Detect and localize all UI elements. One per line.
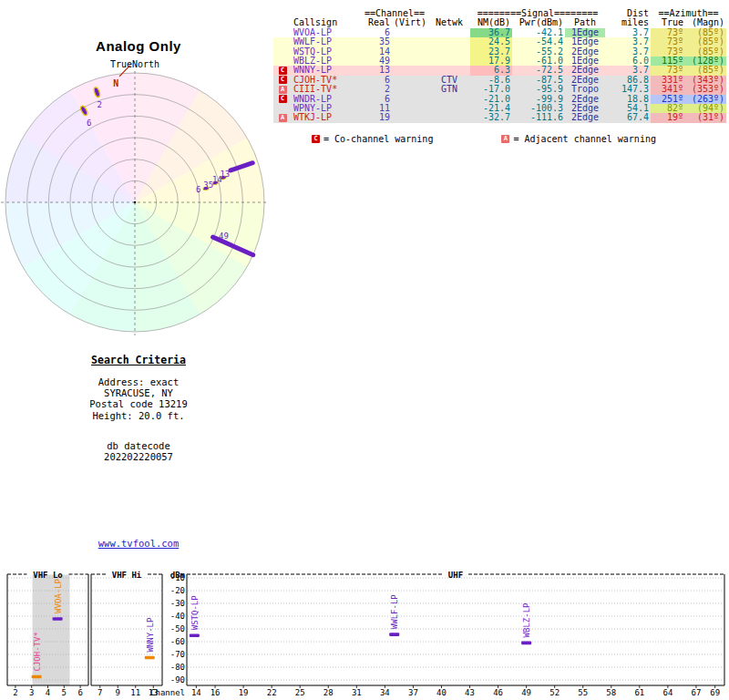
col-magnetic-azimuth: (Magn) <box>685 18 726 27</box>
virtual-channel-cell <box>392 85 428 94</box>
callsign-cell[interactable]: WPNY-LP <box>292 104 361 113</box>
path-cell: 1Edge <box>565 37 605 46</box>
azimuth-group-header: ==Azimuth== <box>651 9 726 18</box>
azimuth-true-cell: 73º <box>651 66 685 75</box>
adjacent-channel-legend: A = Adjacent channel warning <box>501 134 656 144</box>
channel-tick-label: 2 <box>13 688 17 697</box>
table-row: ACIII-TV*2GTN-17.0-95.9Tropo147.3341º(35… <box>273 85 726 94</box>
polar-channel-label: 6 <box>196 185 200 194</box>
channel-tick-label: 67 <box>692 688 702 697</box>
band-label: VHF Hi <box>112 571 142 580</box>
header-spacer <box>273 9 361 18</box>
col-true-azimuth: True <box>651 18 685 27</box>
network-cell: GTN <box>428 85 470 94</box>
azimuth-magn-cell: (31º) <box>685 113 726 122</box>
network-cell <box>428 57 470 66</box>
distance-cell: 3.7 <box>605 66 651 75</box>
dbm-tick-label: -50 <box>170 624 185 633</box>
table-row: CWNDR-LP6-21.0-99.92Edge18.8251º(263º) <box>273 95 726 104</box>
real-channel-cell: 19 <box>361 113 392 122</box>
callsign-cell[interactable]: WTKJ-LP <box>292 113 361 122</box>
postal-code-line: Postal code 13219 <box>0 398 277 409</box>
power-cell: -61.0 <box>512 57 565 66</box>
azimuth-true-cell: 19º <box>651 113 685 122</box>
channel-tick-label: 22 <box>267 688 277 697</box>
real-channel-cell: 49 <box>361 57 392 66</box>
callsign-cell[interactable]: WBLZ-LP <box>292 57 361 66</box>
azimuth-true-cell: 73º <box>651 37 685 46</box>
channel-tick-label: 69 <box>710 688 720 697</box>
network-cell <box>428 28 470 37</box>
power-cell: -72.5 <box>512 66 565 75</box>
tvfool-link[interactable]: www.tvfool.com <box>98 538 180 549</box>
table-column-headers: Callsign Real (Virt) Netwk NM(dB) Pwr(dB… <box>273 18 726 27</box>
tvfool-report: Analog Only TrueNorth N26635141349 ==Cha… <box>0 0 729 700</box>
callsign-cell[interactable]: WNNY-LP <box>292 66 361 75</box>
real-channel-cell: 11 <box>361 104 392 113</box>
distance-cell: 3.7 <box>605 47 651 57</box>
real-channel-cell: 6 <box>361 95 392 104</box>
noise-margin-cell: -17.0 <box>470 85 512 94</box>
col-warning <box>273 18 292 27</box>
warning-cell <box>273 104 292 113</box>
callsign-cell[interactable]: CIII-TV* <box>292 85 361 94</box>
station-label: WVOA-LP <box>54 578 63 613</box>
noise-margin-cell: 24.5 <box>470 37 512 46</box>
channel-tick-label: 6 <box>77 688 82 697</box>
distance-cell: 3.7 <box>605 37 651 46</box>
power-cell: -87.5 <box>512 76 565 85</box>
path-cell: 1Edge <box>565 57 605 66</box>
callsign-cell[interactable]: CJOH-TV* <box>292 76 361 85</box>
col-noise-margin: NM(dB) <box>470 18 512 27</box>
distance-cell: 67.4 <box>605 113 651 122</box>
table-row: WBLZ-LP4917.9-61.01Edge6.0115º(128º) <box>273 57 726 66</box>
azimuth-magn-cell: (85º) <box>685 47 726 57</box>
dbm-tick-label: -30 <box>170 599 185 608</box>
real-channel-cell: 6 <box>361 76 392 85</box>
channel-tick-label: 7 <box>98 688 102 697</box>
signal-group-header: ========Signal======== <box>470 9 605 18</box>
azimuth-magn-cell: (263º) <box>685 95 726 104</box>
channel-tick-label: 61 <box>634 688 644 697</box>
channel-tick-label: 43 <box>465 688 475 697</box>
callsign-cell[interactable]: WNDR-LP <box>292 95 361 104</box>
station-marker <box>53 617 63 621</box>
distance-cell: 3.7 <box>605 28 651 37</box>
power-cell: -95.9 <box>512 85 565 94</box>
channel-tick-label: 46 <box>493 688 503 697</box>
col-virtual-channel: (Virt) <box>392 18 428 27</box>
real-channel-cell: 6 <box>361 28 392 37</box>
power-cell: -55.2 <box>512 47 565 57</box>
co-channel-legend-text: = Co-channel warning <box>323 134 433 144</box>
path-cell: 2Edge <box>565 47 605 57</box>
channel-tick-label: 3 <box>29 688 34 697</box>
station-marker <box>521 642 531 645</box>
station-label: WNNY-LP <box>146 617 155 653</box>
col-real-channel: Real <box>361 18 392 27</box>
polar-channel-label: 2 <box>97 100 101 109</box>
path-cell: 1Edge <box>565 28 605 37</box>
polar-channel-label: 6 <box>87 118 91 128</box>
col-power: Pwr(dBm) <box>512 18 565 27</box>
real-channel-cell: 35 <box>361 37 392 46</box>
path-cell: 2Edge <box>565 76 605 85</box>
warning-cell <box>273 47 292 57</box>
city-line: SYRACUSE, NY <box>0 387 277 398</box>
noise-margin-cell: -8.6 <box>470 76 512 85</box>
warning-cell: A <box>273 113 292 122</box>
warning-c-icon: C <box>279 95 287 103</box>
callsign-cell[interactable]: WVOA-LP <box>292 28 361 37</box>
station-label: WBLZ-LP <box>522 602 531 638</box>
callsign-cell[interactable]: WSTQ-LP <box>292 47 361 57</box>
warning-cell <box>273 28 292 37</box>
search-criteria-heading: Search Criteria <box>0 354 277 366</box>
table-header-groups: ==Channel== ========Signal======== Dist … <box>273 9 726 18</box>
callsign-cell[interactable]: WWLF-LP <box>292 37 361 46</box>
power-cell: -99.9 <box>512 95 565 104</box>
dbm-tick-label: -70 <box>170 650 185 659</box>
warning-cell: C <box>273 95 292 104</box>
table-row: WVOA-LP636.7-42.11Edge3.773º(85º) <box>273 28 726 37</box>
search-criteria: Search Criteria Address: exact SYRACUSE,… <box>0 354 277 462</box>
virtual-channel-cell <box>392 95 428 104</box>
channel-tick-label: 25 <box>295 688 305 697</box>
